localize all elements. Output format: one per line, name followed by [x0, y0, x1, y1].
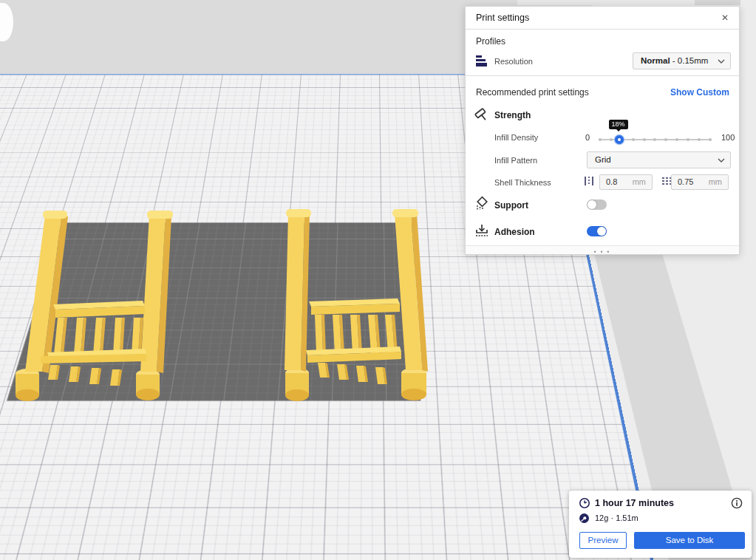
top-bottom-thickness-input[interactable]: 0.75 mm [671, 174, 729, 190]
wall-thickness-unit: mm [633, 175, 646, 189]
infill-pattern-label: Infill Pattern [494, 156, 537, 165]
shell-thickness-label: Shell Thickness [494, 178, 551, 187]
chevron-down-icon [718, 59, 725, 64]
material-estimate: 12g · 1.51m [595, 513, 638, 522]
clock-icon [579, 497, 590, 509]
slider-max-label: 100 [721, 133, 735, 142]
model-fence-gate-2[interactable] [285, 209, 428, 401]
show-custom-link[interactable]: Show Custom [670, 87, 729, 98]
wall-thickness-value: 0.8 [606, 177, 617, 186]
toggle-knob [588, 200, 596, 209]
resolution-value-rest: - 0.15mm [670, 56, 709, 65]
hammer-icon [474, 107, 490, 123]
wall-thickness-input[interactable]: 0.8 mm [599, 174, 653, 190]
top-bottom-value: 0.75 [678, 177, 693, 186]
divider [466, 75, 739, 76]
divider [466, 29, 739, 30]
vertical-walls-icon [583, 175, 595, 187]
preview-button[interactable]: Preview [579, 532, 627, 549]
slider-min-label: 0 [585, 133, 590, 142]
adhesion-label: Adhesion [494, 227, 535, 237]
support-icon [474, 196, 490, 212]
print-time-estimate: 1 hour 17 minutes [595, 498, 674, 508]
panel-title: Print settings [476, 13, 529, 23]
infill-density-row: Infill Density 0 18% 100 [466, 131, 739, 146]
adhesion-toggle[interactable] [587, 226, 607, 236]
layers-icon [474, 52, 490, 69]
infill-pattern-value: Grid [595, 155, 611, 164]
application-window: Print settings ✕ Profiles Resolution Nor… [0, 0, 756, 560]
save-to-disk-button[interactable]: Save to Disk [634, 532, 745, 549]
resolution-label: Resolution [494, 57, 533, 66]
top-bottom-unit: mm [709, 175, 722, 189]
spool-icon [579, 513, 590, 524]
infill-slider-handle[interactable] [614, 134, 624, 145]
info-icon[interactable] [731, 497, 743, 509]
infill-density-slider[interactable]: 18% [599, 134, 712, 145]
infill-density-label: Infill Density [494, 133, 538, 142]
adhesion-icon [474, 222, 490, 239]
close-icon[interactable]: ✕ [718, 11, 732, 24]
infill-pattern-dropdown[interactable]: Grid [587, 151, 731, 168]
recommended-heading: Recommended print settings [476, 87, 589, 98]
print-settings-panel: Print settings ✕ Profiles Resolution Nor… [465, 6, 740, 255]
slider-tooltip: 18% [609, 120, 628, 129]
toggle-knob [597, 227, 606, 236]
support-toggle[interactable] [587, 199, 607, 210]
panel-resize-handle[interactable]: • • • [466, 245, 739, 254]
profiles-heading: Profiles [476, 36, 505, 47]
print-summary-panel: 1 hour 17 minutes 12g · 1.51m Preview Sa… [569, 491, 752, 558]
print-settings-header: Print settings ✕ [466, 7, 739, 29]
resolution-dropdown[interactable]: Normal - 0.15mm [633, 52, 731, 69]
strength-label: Strength [494, 110, 531, 120]
support-label: Support [494, 200, 528, 211]
chevron-down-icon [718, 158, 725, 163]
resolution-value-bold: Normal [641, 56, 670, 65]
model-fence-gate-1[interactable] [16, 211, 173, 401]
